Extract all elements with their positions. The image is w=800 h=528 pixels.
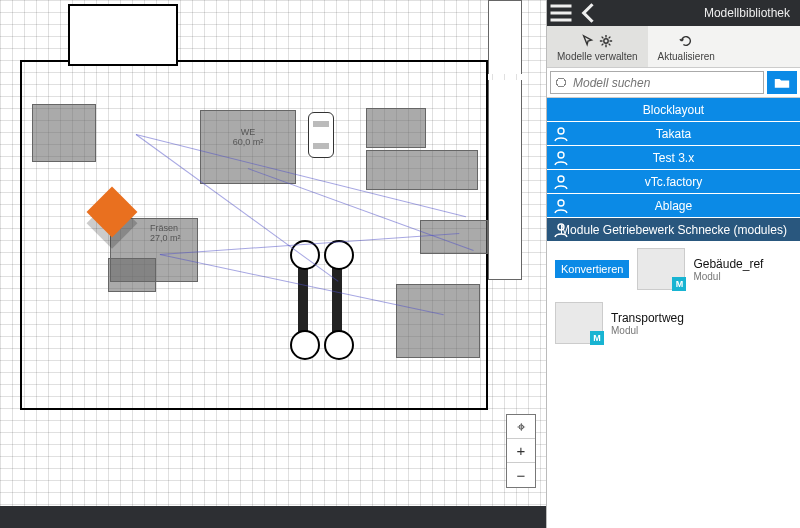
machine-conveyor[interactable] <box>298 254 308 346</box>
category-row[interactable]: vTc.factory <box>547 170 800 194</box>
search-row <box>547 68 800 98</box>
category-label: Takata <box>656 127 691 141</box>
model-item[interactable]: MTransportwegModul <box>547 296 800 350</box>
category-label: Blocklayout <box>643 103 704 117</box>
open-folder-button[interactable] <box>767 71 797 94</box>
model-library-panel: Modellbibliothek Modelle verwalten Aktua… <box>546 0 800 528</box>
room-we[interactable] <box>200 110 296 184</box>
cursor-icon <box>581 34 595 48</box>
model-list: BlocklayoutTakataTest 3.xvTc.factoryAbla… <box>547 98 800 528</box>
zoom-in-button[interactable]: + <box>507 439 535 463</box>
zoom-out-button[interactable]: − <box>507 463 535 487</box>
back-icon[interactable] <box>575 0 603 26</box>
svg-point-4 <box>558 200 564 206</box>
manage-models-button[interactable]: Modelle verwalten <box>547 26 648 67</box>
nav-compass-button[interactable]: ⌖ <box>507 415 535 439</box>
refresh-icon <box>679 34 693 48</box>
model-name: Transportweg <box>611 311 684 325</box>
model-type: Modul <box>611 325 684 336</box>
model-item[interactable]: KonvertierenMGebäude_refModul <box>547 242 800 296</box>
category-row[interactable]: Takata <box>547 122 800 146</box>
category-row[interactable]: Blocklayout <box>547 98 800 122</box>
room-block[interactable] <box>366 108 426 148</box>
category-row[interactable]: Module Getriebewerk Schnecke (modules) <box>547 218 800 242</box>
refresh-label: Aktualisieren <box>658 51 715 62</box>
room-block[interactable] <box>420 220 488 254</box>
category-label: Module Getriebewerk Schnecke (modules) <box>560 223 787 237</box>
svg-point-2 <box>558 152 564 158</box>
svg-point-3 <box>558 176 564 182</box>
user-icon <box>553 174 569 190</box>
machine-conveyor[interactable] <box>332 254 342 346</box>
column <box>488 0 522 74</box>
floorplan-canvas[interactable]: WE 60,0 m² Fräsen 27,0 m² ⌖ + <box>0 0 546 528</box>
room-block[interactable] <box>366 150 478 190</box>
category-label: Test 3.x <box>653 151 694 165</box>
category-row[interactable]: Test 3.x <box>547 146 800 170</box>
room-block[interactable] <box>108 258 156 292</box>
gear-icon <box>599 34 613 48</box>
vehicle-icon[interactable] <box>308 112 334 158</box>
model-badge: M <box>672 277 686 291</box>
svg-point-1 <box>558 128 564 134</box>
panel-toolbar: Modelle verwalten Aktualisieren <box>547 26 800 68</box>
model-type: Modul <box>693 271 763 282</box>
menu-icon[interactable] <box>547 0 575 26</box>
search-input[interactable] <box>550 71 764 94</box>
canvas-nav-widget: ⌖ + − <box>506 414 536 488</box>
manage-models-label: Modelle verwalten <box>557 51 638 62</box>
status-bar <box>0 506 546 528</box>
user-icon <box>553 198 569 214</box>
user-icon <box>553 222 569 238</box>
model-badge: M <box>590 331 604 345</box>
annex-outline <box>68 4 178 66</box>
category-label: vTc.factory <box>645 175 702 189</box>
user-icon <box>553 126 569 142</box>
user-icon <box>553 150 569 166</box>
svg-point-5 <box>558 224 564 230</box>
panel-title: Modellbibliothek <box>704 6 800 20</box>
category-label: Ablage <box>655 199 692 213</box>
room-block[interactable] <box>32 104 96 162</box>
category-row[interactable]: Ablage <box>547 194 800 218</box>
convert-button[interactable]: Konvertieren <box>555 260 629 278</box>
column <box>488 80 522 280</box>
model-thumbnail: M <box>637 248 685 290</box>
refresh-button[interactable]: Aktualisieren <box>648 26 725 67</box>
panel-titlebar: Modellbibliothek <box>547 0 800 26</box>
svg-point-0 <box>604 39 608 43</box>
model-name: Gebäude_ref <box>693 257 763 271</box>
folder-open-icon <box>774 76 790 90</box>
model-thumbnail: M <box>555 302 603 344</box>
room-block[interactable] <box>396 284 480 358</box>
